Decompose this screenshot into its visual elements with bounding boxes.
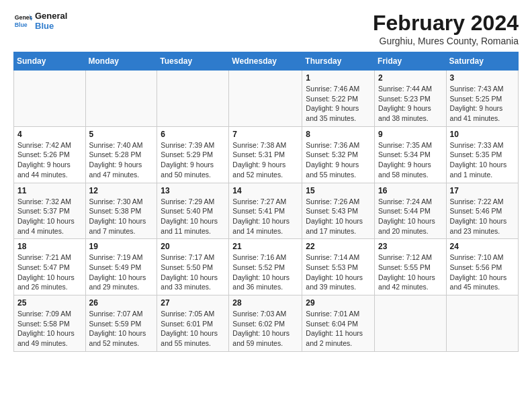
calendar-cell: 27Sunrise: 7:05 AM Sunset: 6:01 PM Dayli… xyxy=(157,295,229,352)
day-number: 20 xyxy=(161,242,225,251)
calendar-cell xyxy=(85,71,157,127)
calendar-cell: 7Sunrise: 7:38 AM Sunset: 5:31 PM Daylig… xyxy=(229,126,302,183)
calendar-cell: 25Sunrise: 7:09 AM Sunset: 5:58 PM Dayli… xyxy=(14,295,86,352)
day-info: Sunrise: 7:16 AM Sunset: 5:52 PM Dayligh… xyxy=(232,253,298,292)
day-info: Sunrise: 7:39 AM Sunset: 5:29 PM Dayligh… xyxy=(161,140,225,180)
calendar-cell: 28Sunrise: 7:03 AM Sunset: 6:02 PM Dayli… xyxy=(229,295,302,352)
calendar-cell: 3Sunrise: 7:43 AM Sunset: 5:25 PM Daylig… xyxy=(446,71,518,127)
day-info: Sunrise: 7:10 AM Sunset: 5:56 PM Dayligh… xyxy=(450,253,515,292)
day-number: 19 xyxy=(89,242,154,251)
day-info: Sunrise: 7:19 AM Sunset: 5:49 PM Dayligh… xyxy=(89,253,154,292)
day-info: Sunrise: 7:43 AM Sunset: 5:25 PM Dayligh… xyxy=(450,84,515,124)
calendar-cell: 9Sunrise: 7:35 AM Sunset: 5:34 PM Daylig… xyxy=(375,126,447,183)
day-info: Sunrise: 7:26 AM Sunset: 5:43 PM Dayligh… xyxy=(306,197,371,236)
calendar-cell xyxy=(375,295,447,352)
calendar-cell: 16Sunrise: 7:24 AM Sunset: 5:44 PM Dayli… xyxy=(375,183,447,239)
calendar-cell: 14Sunrise: 7:27 AM Sunset: 5:41 PM Dayli… xyxy=(229,183,302,239)
day-info: Sunrise: 7:24 AM Sunset: 5:44 PM Dayligh… xyxy=(378,197,443,236)
day-info: Sunrise: 7:33 AM Sunset: 5:35 PM Dayligh… xyxy=(450,140,515,180)
day-number: 5 xyxy=(89,130,154,139)
day-number: 17 xyxy=(450,186,515,195)
calendar-week-row: 18Sunrise: 7:21 AM Sunset: 5:47 PM Dayli… xyxy=(14,239,519,295)
calendar-cell: 6Sunrise: 7:39 AM Sunset: 5:29 PM Daylig… xyxy=(157,126,229,183)
calendar-cell: 15Sunrise: 7:26 AM Sunset: 5:43 PM Dayli… xyxy=(302,183,375,239)
day-info: Sunrise: 7:40 AM Sunset: 5:28 PM Dayligh… xyxy=(89,140,154,180)
day-info: Sunrise: 7:03 AM Sunset: 6:02 PM Dayligh… xyxy=(232,309,298,349)
day-number: 13 xyxy=(161,186,225,195)
day-number: 25 xyxy=(17,298,82,308)
calendar-week-row: 25Sunrise: 7:09 AM Sunset: 5:58 PM Dayli… xyxy=(14,295,519,352)
calendar-table: SundayMondayTuesdayWednesdayThursdayFrid… xyxy=(13,52,519,352)
day-number: 12 xyxy=(89,186,154,195)
day-number: 1 xyxy=(306,73,371,83)
day-info: Sunrise: 7:32 AM Sunset: 5:37 PM Dayligh… xyxy=(17,197,82,236)
calendar-header-row: SundayMondayTuesdayWednesdayThursdayFrid… xyxy=(14,52,519,71)
day-info: Sunrise: 7:21 AM Sunset: 5:47 PM Dayligh… xyxy=(17,253,82,292)
day-info: Sunrise: 7:14 AM Sunset: 5:53 PM Dayligh… xyxy=(306,253,371,292)
day-number: 22 xyxy=(306,242,371,251)
calendar-day-header: Monday xyxy=(85,52,157,71)
day-number: 26 xyxy=(89,298,154,308)
day-info: Sunrise: 7:46 AM Sunset: 5:22 PM Dayligh… xyxy=(306,84,371,124)
day-info: Sunrise: 7:05 AM Sunset: 6:01 PM Dayligh… xyxy=(161,309,225,349)
calendar-cell: 12Sunrise: 7:30 AM Sunset: 5:38 PM Dayli… xyxy=(85,183,157,239)
calendar-cell: 5Sunrise: 7:40 AM Sunset: 5:28 PM Daylig… xyxy=(85,126,157,183)
day-info: Sunrise: 7:36 AM Sunset: 5:32 PM Dayligh… xyxy=(306,140,371,180)
day-number: 10 xyxy=(450,130,515,139)
day-number: 23 xyxy=(378,242,443,251)
calendar-cell: 21Sunrise: 7:16 AM Sunset: 5:52 PM Dayli… xyxy=(229,239,302,295)
day-number: 14 xyxy=(232,186,298,195)
calendar-cell: 4Sunrise: 7:42 AM Sunset: 5:26 PM Daylig… xyxy=(14,126,86,183)
day-info: Sunrise: 7:42 AM Sunset: 5:26 PM Dayligh… xyxy=(17,140,82,180)
day-info: Sunrise: 7:12 AM Sunset: 5:55 PM Dayligh… xyxy=(378,253,443,292)
calendar-day-header: Sunday xyxy=(14,52,86,71)
day-number: 24 xyxy=(450,242,515,251)
calendar-day-header: Thursday xyxy=(302,52,375,71)
title-block: February 2024 Gurghiu, Mures County, Rom… xyxy=(373,11,519,46)
day-info: Sunrise: 7:01 AM Sunset: 6:04 PM Dayligh… xyxy=(306,309,371,349)
day-info: Sunrise: 7:29 AM Sunset: 5:40 PM Dayligh… xyxy=(161,197,225,236)
day-number: 15 xyxy=(306,186,371,195)
day-number: 2 xyxy=(378,73,443,83)
day-info: Sunrise: 7:44 AM Sunset: 5:23 PM Dayligh… xyxy=(378,84,443,124)
calendar-cell: 2Sunrise: 7:44 AM Sunset: 5:23 PM Daylig… xyxy=(375,71,447,127)
calendar-day-header: Saturday xyxy=(446,52,518,71)
day-number: 7 xyxy=(232,130,298,139)
day-info: Sunrise: 7:17 AM Sunset: 5:50 PM Dayligh… xyxy=(161,253,225,292)
calendar-cell: 8Sunrise: 7:36 AM Sunset: 5:32 PM Daylig… xyxy=(302,126,375,183)
logo-icon: General Blue xyxy=(13,11,32,30)
day-number: 3 xyxy=(450,73,515,83)
calendar-week-row: 1Sunrise: 7:46 AM Sunset: 5:22 PM Daylig… xyxy=(14,71,519,127)
day-number: 21 xyxy=(232,242,298,251)
calendar-cell: 1Sunrise: 7:46 AM Sunset: 5:22 PM Daylig… xyxy=(302,71,375,127)
day-info: Sunrise: 7:07 AM Sunset: 5:59 PM Dayligh… xyxy=(89,309,154,349)
calendar-cell: 26Sunrise: 7:07 AM Sunset: 5:59 PM Dayli… xyxy=(85,295,157,352)
day-number: 27 xyxy=(161,298,225,308)
calendar-cell: 22Sunrise: 7:14 AM Sunset: 5:53 PM Dayli… xyxy=(302,239,375,295)
day-number: 6 xyxy=(161,130,225,139)
logo: General Blue General Blue xyxy=(13,11,67,31)
calendar-day-header: Wednesday xyxy=(229,52,302,71)
day-number: 29 xyxy=(306,298,371,308)
calendar-cell xyxy=(446,295,518,352)
svg-text:Blue: Blue xyxy=(15,21,28,28)
calendar-day-header: Friday xyxy=(375,52,447,71)
day-info: Sunrise: 7:35 AM Sunset: 5:34 PM Dayligh… xyxy=(378,140,443,180)
day-number: 18 xyxy=(17,242,82,251)
day-number: 4 xyxy=(17,130,82,139)
day-number: 28 xyxy=(232,298,298,308)
header: General Blue General Blue February 2024 … xyxy=(13,11,519,46)
calendar-week-row: 11Sunrise: 7:32 AM Sunset: 5:37 PM Dayli… xyxy=(14,183,519,239)
day-number: 8 xyxy=(306,130,371,139)
calendar-cell xyxy=(229,71,302,127)
day-info: Sunrise: 7:22 AM Sunset: 5:46 PM Dayligh… xyxy=(450,197,515,236)
logo-general: General xyxy=(35,11,67,21)
calendar-cell xyxy=(14,71,86,127)
day-number: 11 xyxy=(17,186,82,195)
calendar-cell: 29Sunrise: 7:01 AM Sunset: 6:04 PM Dayli… xyxy=(302,295,375,352)
calendar-cell: 11Sunrise: 7:32 AM Sunset: 5:37 PM Dayli… xyxy=(14,183,86,239)
calendar-week-row: 4Sunrise: 7:42 AM Sunset: 5:26 PM Daylig… xyxy=(14,126,519,183)
calendar-cell: 20Sunrise: 7:17 AM Sunset: 5:50 PM Dayli… xyxy=(157,239,229,295)
calendar-cell: 18Sunrise: 7:21 AM Sunset: 5:47 PM Dayli… xyxy=(14,239,86,295)
calendar-cell: 17Sunrise: 7:22 AM Sunset: 5:46 PM Dayli… xyxy=(446,183,518,239)
